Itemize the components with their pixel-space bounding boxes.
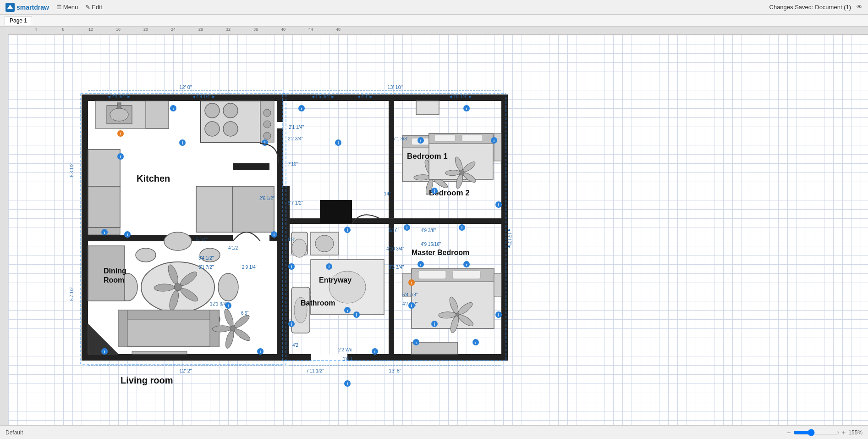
svg-rect-26	[311, 354, 347, 361]
logo: smartdraw	[5, 3, 49, 12]
svg-text:◄4'8"►: ◄4'8"►	[357, 94, 373, 99]
svg-text:8'3 1/2": 8'3 1/2"	[69, 161, 74, 177]
svg-text:12' 2": 12' 2"	[179, 368, 192, 373]
svg-text:i: i	[411, 304, 412, 308]
svg-text:i: i	[498, 203, 500, 207]
svg-point-39	[264, 121, 271, 128]
ruler-mark-4: 4	[34, 27, 37, 32]
svg-text:◄2'4 3/4"►: ◄2'4 3/4"►	[107, 94, 131, 99]
svg-point-33	[205, 103, 220, 118]
topbar-left: smartdraw ☰ Menu ✎ Edit	[5, 3, 102, 12]
svg-text:2'2 3/4": 2'2 3/4"	[288, 136, 303, 141]
svg-rect-87	[416, 101, 439, 115]
ruler-mark-12: 12	[88, 27, 93, 32]
zoom-minus-icon[interactable]: −	[787, 429, 791, 436]
changes-saved-label: Changes Saved: Document (1)	[769, 4, 851, 11]
svg-point-40	[264, 132, 271, 139]
svg-text:2'9 1/4": 2'9 1/4"	[242, 265, 258, 270]
svg-text:i: i	[338, 141, 339, 145]
svg-text:i: i	[434, 189, 435, 194]
zoom-slider[interactable]	[793, 429, 839, 436]
zoom-level-label: 155%	[848, 429, 863, 436]
menu-button[interactable]: ☰ Menu	[56, 4, 78, 11]
svg-text:7'11 1/2": 7'11 1/2"	[306, 368, 324, 373]
svg-text:◄1'5 3/4"►: ◄1'5 3/4"►	[311, 94, 335, 99]
svg-text:i: i	[127, 233, 128, 237]
svg-text:3'1 7/2": 3'1 7/2"	[198, 265, 214, 270]
svg-text:i: i	[420, 262, 422, 267]
edit-button[interactable]: ✎ Edit	[85, 4, 102, 11]
page-1-tab[interactable]: Page 1	[5, 16, 32, 25]
ruler-mark-36: 36	[253, 27, 258, 32]
svg-text:4'1/2: 4'1/2	[228, 245, 238, 250]
eye-icon[interactable]: 👁	[857, 4, 863, 11]
edit-icon: ✎	[85, 4, 90, 11]
entryway-label: Entryway	[319, 276, 352, 284]
svg-rect-9	[82, 354, 283, 361]
svg-rect-24	[233, 163, 269, 170]
svg-text:i: i	[407, 226, 408, 230]
dining-label2: Room	[104, 276, 124, 284]
svg-rect-30	[117, 103, 121, 107]
svg-text:5'1/4": 5'1/4"	[196, 237, 208, 242]
svg-text:7'1 3/8": 7'1 3/8"	[393, 136, 409, 141]
svg-point-51	[136, 248, 156, 262]
bedroom1-label: Bedroom 1	[407, 152, 448, 161]
svg-text:i: i	[228, 304, 229, 308]
svg-text:i: i	[291, 265, 292, 269]
svg-text:i: i	[347, 228, 348, 233]
svg-text:i: i	[347, 382, 348, 386]
svg-text:i: i	[291, 322, 292, 327]
logo-icon	[5, 3, 15, 12]
svg-rect-91	[462, 135, 483, 141]
svg-text:i: i	[329, 265, 330, 269]
svg-rect-72	[320, 200, 352, 223]
ruler-mark-16: 16	[116, 27, 121, 32]
svg-text:◄15'10"►: ◄15'10"►	[507, 228, 512, 250]
statusbar: Default − + 155%	[0, 425, 868, 439]
ruler-mark-44: 44	[308, 27, 313, 32]
svg-point-34	[223, 103, 238, 118]
zoom-plus-icon[interactable]: +	[842, 429, 846, 436]
svg-text:i: i	[182, 141, 183, 145]
svg-text:14": 14"	[384, 191, 391, 196]
svg-rect-111	[453, 271, 480, 279]
svg-text:i: i	[434, 322, 435, 327]
ruler-mark-32: 32	[226, 27, 231, 32]
svg-text:i: i	[173, 106, 174, 111]
kitchen-label: Kitchen	[137, 173, 170, 183]
canvas[interactable]: Kitchen Dining Room Living room Entryway…	[8, 35, 868, 425]
svg-text:13' 10": 13' 10"	[387, 84, 403, 90]
svg-text:i: i	[416, 340, 417, 345]
default-label: Default	[5, 429, 23, 436]
svg-rect-11	[82, 235, 88, 249]
logo-text: smartdraw	[16, 4, 49, 11]
svg-text:i: i	[301, 106, 302, 111]
svg-marker-0	[7, 5, 13, 9]
dining-label: Dining	[104, 267, 126, 275]
svg-text:◄4'9 1/4"►: ◄4'9 1/4"►	[192, 94, 216, 99]
ruler-mark-48: 48	[336, 27, 341, 32]
svg-text:i: i	[374, 350, 376, 354]
svg-rect-42	[88, 186, 120, 228]
svg-text:i: i	[466, 106, 467, 111]
svg-text:13' 8": 13' 8"	[389, 368, 401, 373]
svg-point-48	[218, 273, 238, 301]
svg-rect-65	[132, 351, 187, 354]
svg-text:5'7 1/2": 5'7 1/2"	[69, 285, 74, 301]
svg-text:i: i	[274, 233, 275, 237]
svg-text:4'2: 4'2	[292, 343, 298, 348]
svg-text:12' 0": 12' 0"	[179, 84, 192, 90]
svg-text:6'8": 6'8"	[288, 237, 296, 242]
svg-text:i: i	[104, 230, 105, 235]
svg-text:i: i	[356, 313, 357, 317]
zoom-control[interactable]: − + 155%	[787, 429, 863, 436]
svg-rect-8	[82, 241, 88, 361]
svg-rect-3	[82, 94, 88, 241]
svg-text:9'3 3/4": 9'3 3/4"	[389, 265, 404, 270]
svg-text:i: i	[461, 226, 463, 230]
svg-text:4'10 3/4": 4'10 3/4"	[386, 246, 404, 251]
svg-text:i: i	[347, 308, 348, 313]
ruler-h-ticks: 4 8 12 16 20 24 28 32 36 40 44 48	[8, 27, 868, 35]
bathroom-label: Bathroom	[301, 299, 335, 307]
